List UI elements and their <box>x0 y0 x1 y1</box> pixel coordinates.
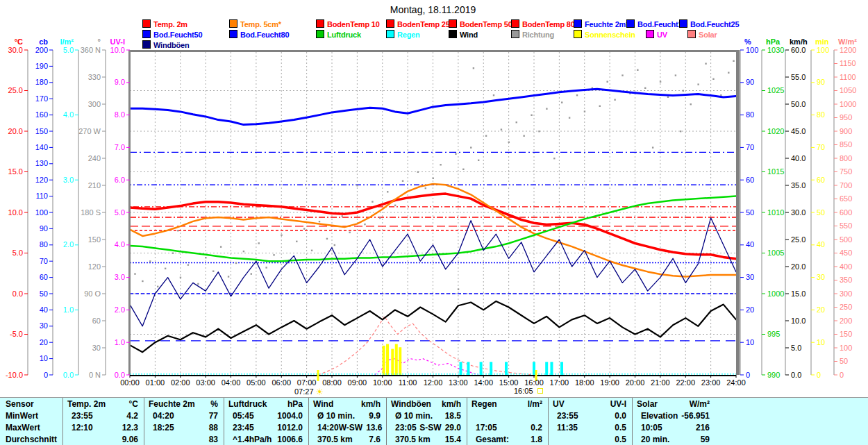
axis-min: 0102030405060708090100min <box>811 37 829 379</box>
svg-text:60: 60 <box>92 317 101 325</box>
x-label-20-00: 20:00 <box>626 378 645 387</box>
svg-text:1030: 1030 <box>767 46 784 54</box>
stat-windb-en-max: 23:05S-SW29.0 <box>386 421 467 433</box>
svg-text:25.0: 25.0 <box>791 235 806 244</box>
stat-temp-2m-min: 23:554.2 <box>62 410 144 421</box>
legend-item-windb-en: Windböen <box>142 40 189 49</box>
svg-text:-10.0: -10.0 <box>6 371 23 379</box>
stat-wind-max: 14:20W-SW13.6 <box>308 421 386 433</box>
stat-value: 4.2 <box>126 411 144 421</box>
legend-item-wind: Wind <box>449 30 478 39</box>
svg-text:10.0: 10.0 <box>8 208 23 217</box>
legend-item-feuchte-2m: Feuchte 2m* <box>574 19 628 28</box>
svg-text:150: 150 <box>840 330 852 338</box>
stat-solar-min: Elevation-56.951 <box>632 410 715 421</box>
sunshine-bars <box>383 344 402 375</box>
stat-filler <box>715 410 868 421</box>
svg-text:250: 250 <box>840 303 852 311</box>
stat-time: 17:05 <box>467 423 497 433</box>
svg-text:150: 150 <box>35 127 48 135</box>
legend-swatch-regen <box>386 30 394 38</box>
svg-text:15.0: 15.0 <box>8 167 23 176</box>
stat-time: 23:45 <box>224 423 254 433</box>
stat-value: 15.4 <box>445 435 467 444</box>
svg-text:40: 40 <box>40 305 48 314</box>
x-label-09-00: 09:00 <box>348 378 367 387</box>
axis-header-: ° <box>98 37 101 46</box>
sensor-name: Wind <box>309 399 333 409</box>
svg-text:850: 850 <box>840 140 852 149</box>
svg-text:60.0: 60.0 <box>791 46 806 54</box>
svg-text:1010: 1010 <box>767 208 784 217</box>
stat-wind-avg: 370.5 km7.6 <box>308 433 386 445</box>
svg-text:30: 30 <box>817 273 825 281</box>
sunrise-time: 07:27 <box>294 387 314 396</box>
x-label-11-00: 11:00 <box>399 378 417 387</box>
stat-time: Gesamt: <box>467 435 509 444</box>
svg-text:500: 500 <box>840 235 852 244</box>
svg-text:700: 700 <box>840 181 852 190</box>
x-label-03-00: 03:00 <box>196 378 215 387</box>
stat-uv-max: 11:350.5 <box>548 421 632 433</box>
legend-item-luftdruck: Luftdruck <box>316 30 361 39</box>
stat-time: 14:20 <box>309 423 339 433</box>
svg-text:200: 200 <box>35 46 48 54</box>
svg-text:995: 995 <box>767 330 780 338</box>
x-label-24-00: 24:00 <box>726 378 746 387</box>
stat-regen-min <box>467 410 548 421</box>
svg-text:270 W: 270 W <box>78 127 101 135</box>
stat-value: 29.0 <box>445 423 467 433</box>
legend-swatch-solar <box>687 30 696 38</box>
stat-time: 370.5 km <box>387 435 431 444</box>
svg-text:40: 40 <box>817 240 825 249</box>
x-label-16-00: 16:00 <box>524 378 544 387</box>
x-label-07-00: 07:00 <box>297 378 317 387</box>
stat-value: -56.951 <box>681 411 715 421</box>
legend-swatch-richtung <box>511 30 519 38</box>
svg-text:20: 20 <box>40 338 48 346</box>
svg-text:9.0: 9.0 <box>115 78 125 86</box>
legend-item-bod-feucht50: Bod.Feucht50 <box>142 30 202 39</box>
stat-time: Ø 10 min. <box>309 411 355 421</box>
sensor-unit: UV-I <box>610 399 632 409</box>
svg-text:10.0: 10.0 <box>110 46 125 54</box>
gridlines <box>130 52 736 375</box>
svg-text:6.0: 6.0 <box>115 176 125 184</box>
axis-header-c: °C <box>15 37 23 46</box>
sunset-time: 16:05 <box>514 387 533 395</box>
x-label-22-00: 22:00 <box>676 378 695 387</box>
legend-swatch-windb-en <box>142 40 151 49</box>
svg-text:30: 30 <box>746 273 754 281</box>
svg-text:90 O: 90 O <box>84 289 101 298</box>
svg-text:650: 650 <box>840 194 852 203</box>
svg-text:70: 70 <box>40 257 48 265</box>
svg-text:10.0: 10.0 <box>791 317 806 325</box>
stat-wind-header: Windkm/h <box>308 398 386 410</box>
x-label-23-00: 23:00 <box>701 378 721 387</box>
legend-item-bod-feucht80: Bod.Feucht80 <box>229 30 289 39</box>
svg-text:1150: 1150 <box>840 59 856 67</box>
legend-swatch-uv <box>646 30 654 38</box>
sensor-stats-table: SensorTemp. 2m°CFeuchte 2m%LuftdruckhPaW… <box>0 397 868 445</box>
svg-text:80: 80 <box>746 110 754 119</box>
row-label-text: MaxWert <box>6 423 40 433</box>
legend-swatch-bodentemp-50 <box>449 19 457 28</box>
svg-text:140: 140 <box>35 143 48 151</box>
svg-text:10: 10 <box>746 338 754 346</box>
sensor-name: Regen <box>467 399 497 409</box>
svg-text:1050: 1050 <box>840 86 856 94</box>
stat-wind-min: Ø 10 min.9.9 <box>308 410 386 421</box>
stat-time: 11:35 <box>549 423 578 433</box>
svg-text:5.0: 5.0 <box>12 249 23 257</box>
stat-temp-2m-avg: 9.06 <box>62 433 144 445</box>
stat-luftdruck-max: 23:451012.0 <box>224 421 308 433</box>
legend-swatch-bodentemp-10 <box>316 19 324 28</box>
svg-text:1015: 1015 <box>767 167 784 176</box>
svg-text:40.0: 40.0 <box>791 154 806 162</box>
stat-time: 370.5 km <box>309 435 353 444</box>
legend-swatch-bodentemp-25 <box>386 19 394 28</box>
svg-text:25.0: 25.0 <box>8 86 23 94</box>
svg-text:200: 200 <box>840 317 852 325</box>
x-label-00-00: 00:00 <box>120 378 140 387</box>
sensor-name: Windböen <box>387 399 431 409</box>
